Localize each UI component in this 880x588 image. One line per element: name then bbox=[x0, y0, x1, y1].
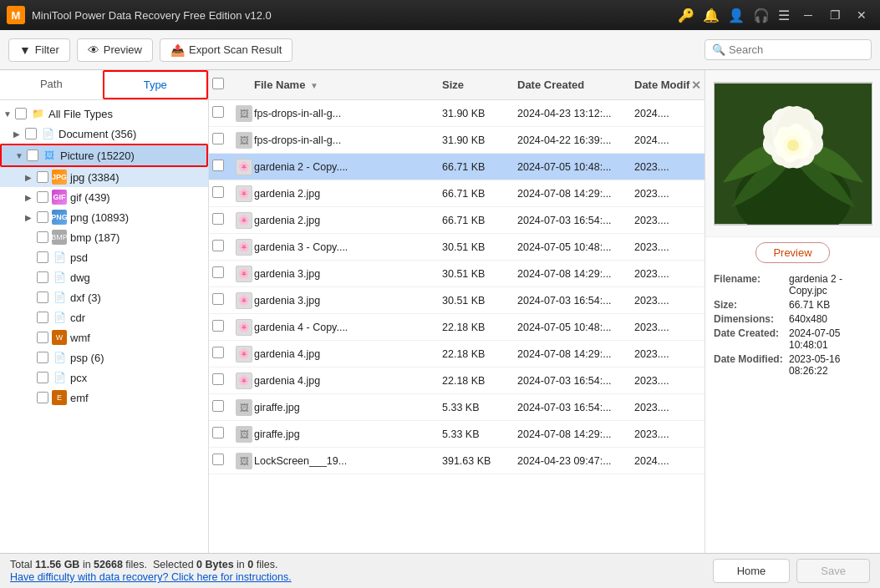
tree-item-png[interactable]: ▶ PNG png (10893) bbox=[0, 207, 208, 227]
row-filename: giraffe.jpg bbox=[254, 402, 442, 413]
preview-action-button[interactable]: Preview bbox=[755, 242, 829, 263]
checkbox-emf[interactable] bbox=[37, 392, 48, 403]
row-thumb: 🖼 bbox=[236, 453, 254, 469]
checkbox-bmp[interactable] bbox=[37, 231, 48, 243]
menu-icon[interactable]: ☰ bbox=[778, 8, 790, 23]
table-row[interactable]: 🖼 giraffe.jpg 5.33 KB 2024-07-08 14:29:.… bbox=[209, 421, 705, 448]
row-date-created: 2024-07-05 10:48:... bbox=[517, 322, 634, 333]
table-row[interactable]: 🌸 gardenia 3.jpg 30.51 KB 2024-07-08 14:… bbox=[209, 261, 705, 287]
tree-item-jpg[interactable]: ▶ JPG jpg (3384) bbox=[0, 167, 208, 187]
checkbox-gif[interactable] bbox=[37, 191, 48, 203]
expand-icon: ▶ bbox=[13, 129, 25, 139]
row-checkbox[interactable] bbox=[212, 400, 224, 412]
row-checkbox[interactable] bbox=[212, 160, 224, 171]
tree-item-emf[interactable]: E emf bbox=[0, 388, 208, 408]
row-checkbox[interactable] bbox=[212, 266, 224, 278]
tree-label-document: Document (356) bbox=[58, 128, 136, 140]
row-checkbox[interactable] bbox=[212, 106, 224, 118]
total-files: 52668 bbox=[94, 559, 123, 570]
table-row[interactable]: 🌸 gardenia 4 - Copy.... 22.18 KB 2024-07… bbox=[209, 314, 705, 341]
table-row[interactable]: 🌸 gardenia 4.jpg 22.18 KB 2024-07-08 14:… bbox=[209, 341, 705, 368]
table-row[interactable]: 🌸 gardenia 2.jpg 66.71 KB 2024-07-08 14:… bbox=[209, 180, 705, 207]
search-input[interactable] bbox=[729, 43, 869, 56]
status-text-line1: Total 11.56 GB in 52668 files. Selected … bbox=[10, 559, 292, 570]
headphone-icon[interactable]: 🎧 bbox=[753, 8, 770, 23]
tree-item-document[interactable]: ▶ 📄 Document (356) bbox=[0, 124, 208, 144]
tree-item-bmp[interactable]: BMP bmp (187) bbox=[0, 227, 208, 247]
preview-image bbox=[714, 82, 872, 226]
row-checkbox[interactable] bbox=[212, 133, 224, 144]
row-checkbox[interactable] bbox=[212, 454, 224, 465]
export-button[interactable]: 📤 Export Scan Result bbox=[160, 38, 292, 62]
checkbox-picture[interactable] bbox=[27, 150, 38, 161]
row-filename: gardenia 4.jpg bbox=[254, 348, 442, 360]
checkbox-psd[interactable] bbox=[37, 251, 48, 263]
row-checkbox-wrap bbox=[212, 293, 236, 307]
col-header-date-created[interactable]: Date Created bbox=[517, 79, 634, 91]
tree-item-dxf[interactable]: 📄 dxf (3) bbox=[0, 287, 208, 307]
bell-icon[interactable]: 🔔 bbox=[703, 8, 720, 23]
checkbox-cdr[interactable] bbox=[37, 312, 48, 323]
col-header-size[interactable]: Size bbox=[442, 79, 517, 91]
tree-item-all[interactable]: ▼ 📁 All File Types bbox=[0, 104, 208, 124]
status-help-link[interactable]: Have difficulty with data recovery? Clic… bbox=[10, 570, 292, 583]
preview-button[interactable]: 👁 Preview bbox=[77, 38, 153, 62]
tree-item-psd[interactable]: 📄 psd bbox=[0, 247, 208, 267]
row-checkbox[interactable] bbox=[212, 373, 224, 385]
checkbox-wmf[interactable] bbox=[37, 332, 48, 343]
tree-item-gif[interactable]: ▶ GIF gif (439) bbox=[0, 187, 208, 207]
key-icon[interactable]: 🔑 bbox=[678, 8, 694, 23]
checkbox-jpg[interactable] bbox=[37, 171, 48, 183]
tree-item-pcx[interactable]: 📄 pcx bbox=[0, 368, 208, 388]
tree-item-psp[interactable]: 📄 psp (6) bbox=[0, 347, 208, 368]
table-row[interactable]: 🌸 gardenia 3 - Copy.... 30.51 KB 2024-07… bbox=[209, 234, 705, 261]
row-thumb: 🌸 bbox=[236, 159, 254, 175]
home-button[interactable]: Home bbox=[713, 559, 791, 583]
checkbox-png[interactable] bbox=[37, 211, 48, 223]
checkbox-dxf[interactable] bbox=[37, 291, 48, 303]
checkbox-dwg[interactable] bbox=[37, 271, 48, 283]
tree-item-cdr[interactable]: 📄 cdr bbox=[0, 307, 208, 327]
checkbox-psp[interactable] bbox=[37, 352, 48, 363]
table-row[interactable]: 🖼 giraffe.jpg 5.33 KB 2024-07-03 16:54:.… bbox=[209, 394, 705, 421]
row-date-modified: 2023.... bbox=[634, 402, 701, 413]
table-row[interactable]: 🌸 gardenia 2.jpg 66.71 KB 2024-07-03 16:… bbox=[209, 207, 705, 234]
tree-item-wmf[interactable]: W wmf bbox=[0, 327, 208, 347]
search-box[interactable]: 🔍 bbox=[705, 39, 872, 60]
row-checkbox[interactable] bbox=[212, 427, 224, 438]
restore-button[interactable]: ❐ bbox=[823, 6, 847, 24]
checkbox-pcx[interactable] bbox=[37, 372, 48, 383]
col-header-filename[interactable]: File Name ▼ bbox=[254, 79, 442, 91]
checkbox-document[interactable] bbox=[25, 128, 37, 139]
preview-close-button[interactable]: ✕ bbox=[691, 79, 701, 92]
row-size: 66.71 KB bbox=[442, 215, 517, 226]
doc-icon: 📄 bbox=[40, 126, 55, 141]
tree-item-dwg[interactable]: 📄 dwg bbox=[0, 267, 208, 287]
filter-button[interactable]: ▼ Filter bbox=[8, 38, 70, 62]
table-row[interactable]: 🌸 gardenia 4.jpg 22.18 KB 2024-07-03 16:… bbox=[209, 368, 705, 394]
table-row[interactable]: 🌸 gardenia 2 - Copy.... 66.71 KB 2024-07… bbox=[209, 154, 705, 180]
row-checkbox[interactable] bbox=[212, 213, 224, 225]
row-size: 5.33 KB bbox=[442, 428, 517, 440]
table-row[interactable]: 🖼 LockScreen___19... 391.63 KB 2024-04-2… bbox=[209, 448, 705, 474]
row-checkbox[interactable] bbox=[212, 347, 224, 358]
col-label-size: Size bbox=[442, 79, 464, 91]
tree-item-picture[interactable]: ▼ 🖼 Picture (15220) bbox=[0, 144, 208, 167]
png-icon: PNG bbox=[52, 210, 67, 225]
user-icon[interactable]: 👤 bbox=[728, 8, 745, 23]
save-button[interactable]: Save bbox=[796, 559, 870, 583]
checkbox-all[interactable] bbox=[15, 108, 27, 119]
close-button[interactable]: ✕ bbox=[850, 6, 873, 24]
row-checkbox[interactable] bbox=[212, 320, 224, 332]
row-checkbox[interactable] bbox=[212, 240, 224, 251]
table-row[interactable]: 🖼 fps-drops-in-all-g... 31.90 KB 2024-04… bbox=[209, 100, 705, 127]
tab-path[interactable]: Path bbox=[0, 70, 103, 99]
help-link-text[interactable]: Have difficulty with data recovery? Clic… bbox=[10, 571, 292, 583]
row-checkbox[interactable] bbox=[212, 293, 224, 305]
select-all-checkbox[interactable] bbox=[212, 78, 224, 89]
table-row[interactable]: 🖼 fps-drops-in-all-g... 31.90 KB 2024-04… bbox=[209, 127, 705, 154]
row-checkbox[interactable] bbox=[212, 186, 224, 198]
minimize-button[interactable]: ─ bbox=[796, 6, 820, 24]
tab-type[interactable]: Type bbox=[103, 70, 209, 99]
table-row[interactable]: 🌸 gardenia 3.jpg 30.51 KB 2024-07-03 16:… bbox=[209, 287, 705, 314]
